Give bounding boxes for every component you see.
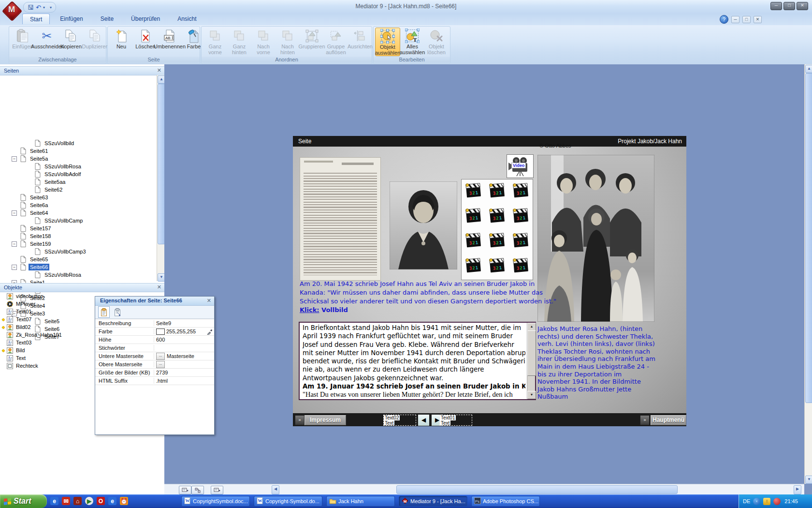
events-tab-icon[interactable]: [112, 306, 123, 318]
klick-vollbild-link[interactable]: Klick: Vollbild: [300, 306, 348, 314]
scrolling-text-object[interactable]: In Briefkontakt stand Jakob Hahn bis 194…: [299, 322, 536, 400]
hauptmenu-chevron-icon[interactable]: »: [640, 415, 650, 425]
clapperboard-icon[interactable]: 321: [512, 231, 530, 253]
taskbar-button-3[interactable]: Jack Hahn: [326, 496, 395, 507]
media-player-icon[interactable]: ▶: [85, 497, 93, 505]
view-mode-button-3[interactable]: [211, 486, 223, 494]
tree-item-Seite157[interactable]: Seite157: [0, 224, 157, 232]
start-button[interactable]: Start: [0, 494, 47, 508]
help-icon[interactable]: ?: [720, 15, 728, 24]
tree-item-Seite65[interactable]: Seite65: [0, 255, 157, 263]
application-menu-button[interactable]: M: [3, 2, 20, 19]
seiten-scrollbar[interactable]: ▲ ▼: [157, 75, 165, 281]
impressum-button[interactable]: Impressum: [304, 415, 346, 425]
close-icon[interactable]: ✕: [157, 67, 161, 74]
canvas-vertical-scrollbar[interactable]: ▲ ▼: [804, 64, 812, 484]
maximize-button[interactable]: □: [783, 2, 795, 10]
photo-caption-text[interactable]: Jakobs Mutter Rosa Hahn, (hinten rechts)…: [537, 325, 656, 401]
eyedropper-icon[interactable]: [207, 329, 213, 336]
tree-item-SSzuVollbild[interactable]: SSzuVollbild: [0, 139, 157, 147]
child-close-button[interactable]: ✕: [754, 16, 762, 23]
clapperboard-icon[interactable]: 321: [465, 181, 482, 203]
video-button[interactable]: Video: [507, 154, 534, 178]
tree-item-Seite158[interactable]: Seite158: [0, 232, 157, 240]
portrait-photo[interactable]: [390, 181, 457, 269]
tree-item-Seite63[interactable]: Seite63: [0, 194, 157, 201]
messenger-icon[interactable]: ✉: [62, 497, 70, 505]
clapperboard-icon[interactable]: 321: [512, 207, 530, 228]
tab-einfuegen[interactable]: Einfügen: [53, 14, 90, 24]
alles-auswaehlen-button[interactable]: TAlles auswählen: [400, 28, 424, 55]
taskbar-button-2[interactable]: WCopyright-Symbol.do...: [254, 496, 322, 507]
collapse-icon[interactable]: −: [12, 265, 17, 270]
scroll-left-icon[interactable]: ◀: [272, 485, 279, 494]
taskbar-button-5[interactable]: PsAdobe Photoshop CS...: [471, 496, 540, 507]
tree-item-SSzuVollbRosa[interactable]: SSzuVollbRosa: [0, 163, 157, 170]
hide-icons-chevron-icon[interactable]: ‹: [753, 498, 760, 505]
clapperboard-grid[interactable]: 321321321321321321321321321321321321: [461, 179, 533, 280]
duplizieren-button[interactable]: Duplizieren: [83, 28, 107, 49]
tab-start[interactable]: Start: [22, 14, 50, 24]
tab-ansicht[interactable]: Ansicht: [170, 14, 203, 24]
tree-item-SSzuVollbRosa[interactable]: SSzuVollbRosa: [0, 271, 157, 279]
clapperboard-icon[interactable]: 321: [465, 256, 482, 278]
property-value[interactable]: 600: [154, 337, 214, 343]
language-indicator[interactable]: DE: [743, 498, 750, 504]
nach-vorne-button[interactable]: Nach vorne: [251, 28, 276, 55]
textbox-scrollbar[interactable]: ▲ ▼: [527, 323, 535, 399]
scroll-up-icon[interactable]: ▲: [527, 323, 536, 331]
scroll-down-icon[interactable]: ▼: [805, 476, 812, 484]
neu-button[interactable]: Neu: [109, 28, 133, 49]
tree-item-Seite6a[interactable]: Seite6a: [0, 201, 157, 209]
clapperboard-icon[interactable]: 321: [465, 231, 482, 253]
organizer-icon[interactable]: ⏰: [120, 497, 128, 505]
objekt-loeschen-button[interactable]: Objekt löschen: [424, 28, 449, 55]
opera-icon[interactable]: O: [97, 497, 105, 505]
previous-page-button[interactable]: ◀: [418, 414, 430, 426]
text01-object[interactable]: Text01 Text: [439, 415, 472, 426]
collapse-icon[interactable]: −: [12, 241, 17, 247]
impressum-chevron-icon[interactable]: »: [295, 415, 304, 425]
clapperboard-icon[interactable]: 321: [512, 181, 530, 203]
properties-tab-icon[interactable]: [98, 306, 110, 318]
tree-item-Seite61[interactable]: Seite61: [0, 147, 157, 155]
tree-item-Seite62[interactable]: Seite62: [0, 186, 157, 194]
scrollbar-thumb[interactable]: [805, 73, 812, 403]
browse-button[interactable]: ...: [156, 361, 165, 368]
kopieren-button[interactable]: Kopieren: [59, 28, 83, 49]
browser-icon[interactable]: e: [108, 497, 116, 505]
tab-seite[interactable]: Seite: [93, 14, 121, 24]
scrollbar-thumb[interactable]: [527, 330, 536, 376]
view-mode-button-2[interactable]: [191, 486, 204, 494]
child-restore-button[interactable]: □: [742, 16, 751, 23]
dialog-title-bar[interactable]: Eigenschaften der Seite: Seite66 ✕: [95, 297, 214, 306]
security-shield-icon[interactable]: !: [763, 498, 770, 505]
status-icon[interactable]: [773, 498, 781, 505]
browse-button[interactable]: ...: [156, 353, 165, 360]
home-icon[interactable]: ⌂: [73, 497, 82, 505]
color-swatch[interactable]: [156, 329, 165, 335]
tree-item-SSzuVollbCamp3[interactable]: SSzuVollbCamp3: [0, 248, 157, 255]
nach-hinten-button[interactable]: Nach hinten: [276, 28, 300, 55]
hauptmenu-button[interactable]: Hauptmenü: [651, 415, 686, 425]
letter-quote-text[interactable]: Am 20. Mai 1942 schrieb Josef Hahn aus T…: [300, 280, 556, 306]
property-value[interactable]: Seite9: [154, 320, 214, 326]
child-minimize-button[interactable]: ─: [731, 16, 740, 23]
property-value[interactable]: .html: [154, 378, 214, 384]
scroll-down-icon[interactable]: ▼: [527, 391, 536, 399]
tree-item-SSzuVollbCamp[interactable]: SSzuVollbCamp: [0, 217, 157, 224]
property-value[interactable]: 255,255,255: [154, 329, 214, 335]
text02-object[interactable]: Text02 Text: [383, 415, 416, 426]
tree-item-Seite64[interactable]: −Seite64: [0, 209, 157, 217]
clapperboard-icon[interactable]: 321: [465, 207, 482, 228]
taskbar-button-4[interactable]: MMediator 9 - [Jack Ha...: [399, 496, 467, 507]
tab-ueberpruefen[interactable]: Überprüfen: [124, 14, 167, 24]
close-button[interactable]: ✕: [797, 2, 808, 10]
ausrichten-button[interactable]: Ausrichten: [348, 28, 372, 49]
ganz-hinten-button[interactable]: Ganz hinten: [227, 28, 251, 55]
property-value[interactable]: ...: [154, 361, 214, 368]
umbenennen-button[interactable]: ABUmbenennen: [158, 28, 182, 49]
property-value[interactable]: ...Masterseite: [154, 353, 214, 360]
collapse-icon[interactable]: −: [12, 210, 17, 216]
tree-item-Seite5aa[interactable]: Seite5aa: [0, 178, 157, 186]
